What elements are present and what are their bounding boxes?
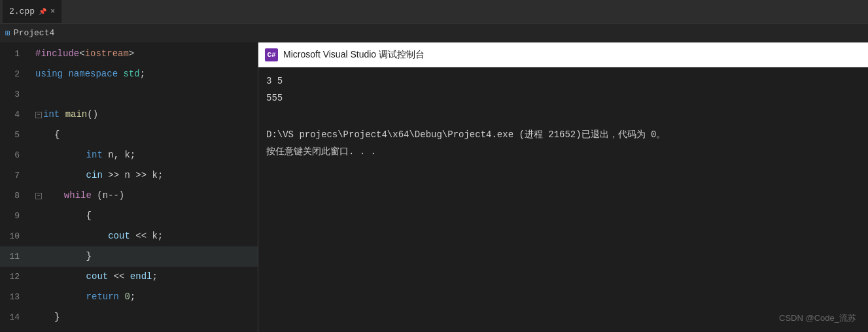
line-num-7: 7	[0, 165, 26, 186]
collapse-4[interactable]: −	[35, 112, 42, 118]
code-line-8: 8 − while (n--)	[0, 186, 258, 206]
code-line-2: 2 using namespace std;	[0, 64, 258, 84]
project-bar: ⊞ Project4	[0, 23, 868, 42]
line-content-12: cout << endl;	[64, 267, 158, 287]
line-content-11: }	[64, 246, 92, 267]
code-line-11: 11 }	[0, 246, 258, 267]
code-line-7: 7 cin >> n >> k;	[0, 165, 258, 186]
console-title-bar: C# Microsoft Visual Studio 调试控制台	[258, 42, 868, 67]
line-content-13: return 0;	[64, 287, 135, 307]
line-num-5: 5	[0, 125, 26, 145]
code-lines: 1 #include<iostream> 2 using namespace s…	[0, 42, 258, 327]
code-line-1: 1 #include<iostream>	[0, 44, 258, 64]
line-content-4: int main()	[43, 105, 98, 125]
code-line-9: 9 {	[0, 206, 258, 226]
main-layout: 1 #include<iostream> 2 using namespace s…	[0, 42, 868, 332]
code-line-12: 12 cout << endl;	[0, 267, 258, 287]
watermark: CSDN @Code_流苏	[779, 312, 856, 324]
console-line-3: D:\VS projecs\Project4\x64\Debug\Project…	[266, 126, 860, 143]
line-num-11: 11	[0, 246, 26, 267]
line-num-6: 6	[0, 145, 26, 165]
vs-icon: C#	[265, 48, 278, 61]
line-num-9: 9	[0, 206, 26, 226]
line-content-5: {	[54, 125, 60, 145]
project-name: Project4	[14, 28, 54, 38]
console-line-2	[266, 107, 860, 124]
line-content-8: while (n--)	[53, 186, 124, 206]
title-bar: 2.cpp 📌 ×	[0, 0, 868, 23]
line-num-13: 13	[0, 287, 26, 307]
collapse-8[interactable]: −	[35, 193, 42, 199]
console-body[interactable]: 3 5 555 D:\VS projecs\Project4\x64\Debug…	[258, 67, 868, 332]
code-line-4: 4 − int main()	[0, 105, 258, 125]
line-content-10: cout << k;	[64, 226, 163, 246]
line-num-4: 4	[0, 105, 26, 125]
line-num-3: 3	[0, 84, 26, 105]
code-line-6: 6 int n, k;	[0, 145, 258, 165]
line-content-1: #include<iostream>	[35, 44, 134, 64]
line-num-10: 10	[0, 226, 26, 246]
project-icon: ⊞	[5, 28, 10, 39]
code-line-10: 10 cout << k;	[0, 226, 258, 246]
code-line-13: 13 return 0;	[0, 287, 258, 307]
code-line-14: 14 }	[0, 307, 258, 327]
vs-icon-label: C#	[267, 51, 275, 59]
line-content-14: }	[54, 307, 60, 327]
tab-pin-icon: 📌	[39, 8, 46, 16]
line-num-14: 14	[0, 307, 26, 327]
code-line-3: 3	[0, 84, 258, 105]
line-num-12: 12	[0, 267, 26, 287]
line-content-9: {	[64, 206, 92, 226]
tab-2cpp[interactable]: 2.cpp 📌 ×	[3, 0, 61, 23]
line-num-1: 1	[0, 44, 26, 64]
line-num-2: 2	[0, 64, 26, 84]
tab-close-button[interactable]: ×	[50, 7, 55, 16]
code-editor[interactable]: 1 #include<iostream> 2 using namespace s…	[0, 42, 258, 332]
console-line-4: 按任意键关闭此窗口. . .	[266, 143, 860, 160]
console-line-0: 3 5	[266, 73, 860, 90]
line-content-6: int n, k;	[64, 145, 135, 165]
console-panel: C# Microsoft Visual Studio 调试控制台 3 5 555…	[258, 42, 868, 332]
tab-label: 2.cpp	[9, 7, 35, 16]
line-num-8: 8	[0, 186, 26, 206]
code-line-5: 5 {	[0, 125, 258, 145]
line-content-7: cin >> n >> k;	[64, 165, 163, 186]
line-content-2: using namespace std;	[35, 64, 145, 84]
console-title-text: Microsoft Visual Studio 调试控制台	[283, 49, 425, 61]
console-line-1: 555	[266, 90, 860, 107]
